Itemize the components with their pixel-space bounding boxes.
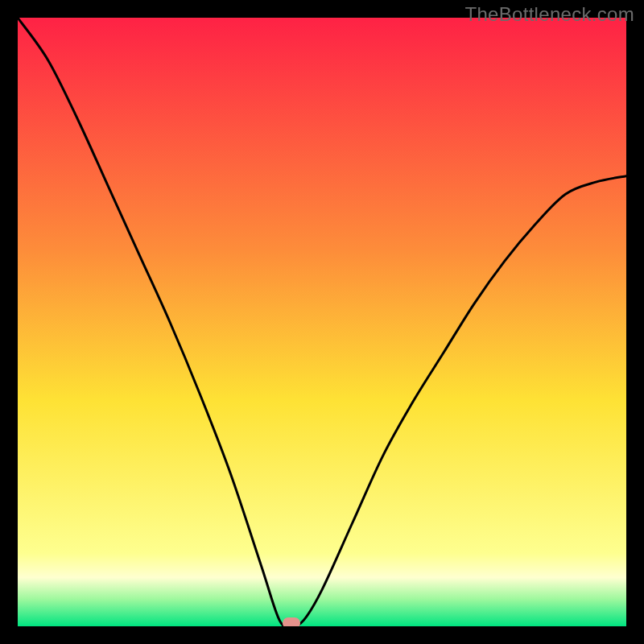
watermark-text: TheBottleneck.com: [464, 3, 634, 26]
optimum-marker: [283, 617, 300, 626]
gradient-background: [18, 18, 626, 626]
chart-frame: TheBottleneck.com: [0, 0, 644, 644]
chart-svg: [18, 18, 626, 626]
plot-area: [18, 18, 626, 626]
